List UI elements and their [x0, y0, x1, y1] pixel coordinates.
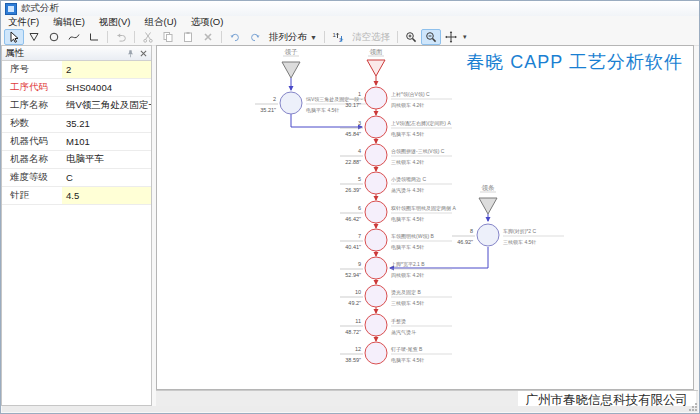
property-value[interactable]: M101 — [62, 133, 151, 150]
node-number: 2 — [273, 96, 276, 102]
diagram-canvas[interactable]: 领子领面领条235.21"缉V领三角处及固定一段 - C电脑平车 4.5针130… — [156, 45, 694, 390]
process-node-group: 422.88"合领圈拼缝-三线(V领) C三线锁车 4.2针 — [340, 144, 452, 166]
property-label: 针距 — [2, 189, 62, 202]
circle-tool-icon — [48, 31, 60, 43]
node-machine: 蒸汽气烫斗 — [391, 329, 416, 336]
renumber-button[interactable]: 12 — [328, 29, 348, 45]
process-node-4[interactable] — [365, 144, 387, 166]
process-node-group: 526.39"小烫领嘴两边 C蒸汽烫斗 4.3针 — [340, 172, 452, 194]
property-row: 机器代码M101 — [2, 133, 151, 151]
node-operation: 钉子唛-尾查 B — [390, 346, 423, 353]
node-machine: 三线锁车 4.2针 — [391, 159, 424, 165]
rotate-left-button[interactable] — [225, 29, 245, 45]
node-seconds: 35.21" — [260, 107, 276, 113]
part-triangle-group: 领条 — [479, 184, 497, 214]
node-seconds: 38.59" — [345, 357, 361, 363]
toolbar-separator — [221, 31, 222, 43]
app-watermark: 春晓 CAPP 工艺分析软件 — [466, 50, 683, 74]
pan-button[interactable] — [441, 29, 461, 45]
property-value[interactable]: 2 — [62, 61, 151, 78]
part-triangle[interactable] — [479, 198, 497, 214]
node-number: 5 — [358, 176, 361, 182]
part-triangle[interactable] — [282, 62, 300, 78]
curve-tool-icon — [68, 31, 80, 43]
node-machine: 三线锁车 4.5针 — [391, 300, 424, 306]
process-node-1[interactable] — [365, 87, 387, 109]
process-node-10[interactable] — [365, 285, 387, 307]
property-row: 机器名称电脑平车 — [2, 151, 151, 169]
resize-grip[interactable] — [688, 402, 698, 412]
process-node-7[interactable] — [365, 229, 387, 251]
pointer-icon — [8, 31, 20, 43]
process-node-2[interactable] — [280, 92, 302, 114]
paste-icon — [182, 31, 194, 43]
clear-selection-button[interactable]: 清空选择 — [348, 31, 394, 44]
zoom-out-button[interactable] — [421, 29, 441, 45]
property-value[interactable]: C — [62, 169, 151, 186]
curve-tool-button[interactable] — [64, 29, 84, 45]
triangle-tool-button[interactable] — [24, 29, 44, 45]
node-number: 10 — [355, 289, 361, 295]
process-node-11[interactable] — [365, 314, 387, 336]
copy-button[interactable] — [158, 29, 178, 45]
rotate-right-icon — [249, 31, 261, 43]
menu-item-options[interactable]: 选项(O) — [184, 16, 231, 29]
menu-item-file[interactable]: 文件(F) — [1, 16, 46, 29]
property-value[interactable]: SHS04004 — [62, 79, 151, 96]
zoom-out-icon — [425, 31, 437, 43]
node-operation: 车脚(对折)*2 C — [503, 228, 536, 235]
property-value[interactable]: 35.21 — [62, 115, 151, 132]
close-icon[interactable] — [139, 49, 148, 58]
node-machine: 蒸汽烫斗 4.3针 — [391, 187, 424, 194]
polyline-tool-button[interactable] — [84, 29, 104, 45]
paste-button[interactable] — [178, 29, 198, 45]
polyline-tool-icon — [88, 31, 100, 43]
property-label: 机器代码 — [2, 135, 62, 148]
pointer-tool-button[interactable] — [4, 29, 24, 45]
toolbar-overflow-button[interactable]: ▾ — [463, 33, 467, 41]
cut-button[interactable] — [138, 29, 158, 45]
delete-button[interactable] — [198, 29, 218, 45]
undo-button[interactable] — [111, 29, 131, 45]
undo-icon — [115, 31, 127, 43]
node-machine: 四线锁车 4.2针 — [391, 102, 424, 109]
menu-item-edit[interactable]: 编辑(E) — [46, 16, 92, 29]
menu-item-view[interactable]: 视图(V) — [92, 16, 138, 29]
pin-icon[interactable] — [126, 49, 135, 58]
arrange-distribute-button[interactable]: 排列分布 ▼ — [265, 31, 321, 44]
menu-item-group[interactable]: 组合(U) — [137, 16, 183, 29]
process-node-8[interactable] — [477, 224, 499, 246]
process-node-3[interactable] — [365, 116, 387, 138]
property-value[interactable]: 电脑平车 — [62, 151, 151, 168]
title-bar: 款式分析 — [1, 1, 699, 16]
node-operation: 合领圈拼缝-三线(V领) C — [391, 148, 445, 155]
process-flow-diagram: 领子领面领条235.21"缉V领三角处及固定一段 - C电脑平车 4.5针130… — [157, 46, 693, 389]
pan-icon — [445, 31, 457, 43]
node-operation: 小烫领嘴两边 C — [391, 176, 426, 183]
process-node-12[interactable] — [365, 342, 387, 364]
property-value[interactable]: 4.5 — [62, 187, 151, 204]
property-value[interactable]: 缉V领三角处及固定一段 — [62, 97, 151, 114]
process-node-6[interactable] — [365, 201, 387, 223]
rotate-right-button[interactable] — [245, 29, 265, 45]
process-node-group: 846.92"车脚(对折)*2 C三线锁车 4.5针 — [452, 224, 564, 246]
node-seconds: 45.84" — [345, 131, 361, 137]
process-node-5[interactable] — [365, 172, 387, 194]
node-number: 4 — [358, 148, 361, 154]
clear-selection-label: 清空选择 — [352, 31, 390, 44]
properties-panel-title: 属性 — [5, 47, 24, 60]
property-label: 工序代码 — [2, 81, 62, 94]
node-operation: 上衬*领(合V领) C — [391, 91, 430, 98]
circle-tool-button[interactable] — [44, 29, 64, 45]
node-number: 8 — [470, 228, 473, 234]
process-node-9[interactable] — [365, 257, 387, 279]
node-seconds: 49.2" — [348, 300, 361, 306]
part-label: 领条 — [482, 184, 496, 191]
flow-link — [291, 114, 362, 127]
node-operation: 上V领(配左右膊)(定间距) A — [391, 120, 451, 127]
process-node-group: 1049.2"烫光及固定 B三线锁车 4.5针 — [340, 285, 452, 307]
property-label: 工序名称 — [2, 99, 62, 112]
part-triangle[interactable] — [367, 60, 385, 76]
properties-panel: 属性 序号2工序代码SHS04004工序名称缉V领三角处及固定一段秒数35.21… — [1, 45, 152, 406]
zoom-in-button[interactable] — [401, 29, 421, 45]
